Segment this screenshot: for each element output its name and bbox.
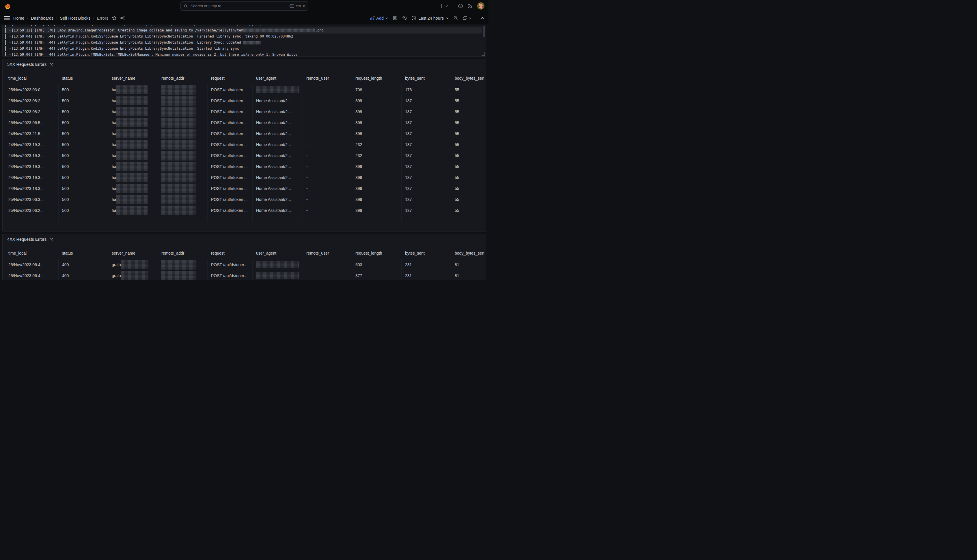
column-header-server_name[interactable]: server_name (108, 247, 158, 259)
column-header-user_agent[interactable]: user_agent (253, 247, 303, 259)
column-header-remote_user[interactable]: remote_user (303, 247, 352, 259)
menu-button[interactable] (4, 16, 10, 20)
favorite-button[interactable] (112, 16, 117, 20)
save-icon (393, 16, 398, 20)
column-header-remote_addr[interactable]: remote_addr (158, 247, 208, 259)
grafana-logo[interactable] (4, 2, 12, 10)
table-cell: - (303, 194, 352, 205)
save-dashboard-button[interactable] (393, 16, 398, 20)
log-expand-icon[interactable]: > (8, 40, 12, 46)
table-cell: 399 (352, 194, 402, 205)
table-cell: POST /auth/token ... (208, 106, 253, 117)
log-row[interactable]: >[13:59:13] [INF] [70] Emby.Drawing.Imag… (4, 25, 482, 27)
zoom-out-button[interactable] (453, 16, 458, 20)
panel-5xx-requests-errors: 5XX Requests Errors time_localstatusserv… (2, 59, 486, 232)
redacted-value (121, 271, 148, 280)
help-button[interactable] (458, 3, 463, 9)
table-cell: - (303, 161, 352, 172)
table-cell: 500 (58, 139, 108, 150)
add-button[interactable]: Add (370, 16, 388, 20)
panel-title[interactable]: 5XX Requests Errors (7, 62, 47, 67)
column-header-bytes_sent[interactable]: bytes_sent (402, 247, 451, 259)
panel-resize-handle[interactable] (482, 52, 485, 56)
log-row[interactable]: >[13:59:00] [INF] [44] Jellyfin.Plugin.T… (4, 52, 482, 56)
user-avatar[interactable] (477, 2, 484, 10)
share-icon (120, 16, 125, 20)
column-header-user_agent[interactable]: user_agent (253, 72, 303, 84)
log-row[interactable]: >[13:59:01] [INF] [44] Jellyfin.Plugin.K… (4, 46, 482, 52)
table-cell: 500 (58, 161, 108, 172)
log-expand-icon[interactable]: > (8, 27, 12, 33)
table-cell: 25/Nov/2023:06:5... (5, 117, 58, 128)
table-cell: 55 (451, 150, 483, 161)
log-row[interactable]: >[13:59:04] [INF] [44] Jellyfin.Plugin.K… (4, 40, 482, 46)
share-button[interactable] (120, 16, 125, 20)
table-cell (158, 259, 208, 270)
table-cell (5, 216, 58, 222)
log-expand-icon[interactable]: > (8, 33, 12, 40)
log-expand-icon[interactable]: > (8, 46, 12, 52)
column-header-remote_addr[interactable]: remote_addr (158, 72, 208, 84)
new-menu-button[interactable] (439, 4, 448, 8)
chevron-down-icon (385, 17, 388, 20)
redacted-value (116, 206, 148, 215)
redacted-value (256, 272, 299, 279)
scrollbar-thumb[interactable] (483, 26, 485, 37)
column-header-time_local[interactable]: time_local (5, 72, 58, 84)
redacted-value (256, 261, 299, 268)
table-cell: 137 (402, 183, 451, 194)
external-link-icon[interactable] (49, 237, 54, 242)
column-header-request_length[interactable]: request_length (352, 72, 402, 84)
breadcrumb-home[interactable]: Home (13, 16, 25, 20)
search-input[interactable] (190, 3, 287, 8)
table-cell: 137 (402, 128, 451, 139)
table-cell: 399 (352, 95, 402, 106)
column-header-bytes_sent[interactable]: bytes_sent (402, 72, 451, 84)
dashboard-settings-button[interactable] (402, 16, 407, 21)
table-cell: 137 (402, 172, 451, 183)
breadcrumb-dashboards[interactable]: Dashboards (31, 16, 53, 20)
table-cell: 399 (352, 183, 402, 194)
log-expand-icon[interactable]: > (8, 25, 12, 27)
table-cell: 25/Nov/2023:08:2... (5, 95, 58, 106)
search-bar[interactable]: ctrl+k (180, 2, 308, 11)
search-icon (183, 4, 188, 8)
table-cell: 500 (58, 205, 108, 216)
refresh-button[interactable] (462, 16, 472, 20)
column-header-server_name[interactable]: server_name (108, 72, 158, 84)
time-range-picker[interactable]: Last 24 hours (412, 16, 449, 20)
table-cell: 400 (58, 270, 108, 280)
table-cell: 399 (352, 106, 402, 117)
table-cell: 55 (451, 194, 483, 205)
column-header-body_bytes_sent[interactable]: body_bytes_sent (451, 72, 483, 84)
log-row[interactable]: >[13:59:12] [INF] [70] Emby.Drawing.Imag… (4, 27, 482, 33)
column-header-request[interactable]: request (208, 247, 253, 259)
table-cell: - (303, 150, 352, 161)
column-header-time_local[interactable]: time_local (5, 247, 58, 259)
log-line-text: [13:59:04] [INF] [44] Jellyfin.Plugin.Ko… (12, 33, 293, 40)
table-cell: 500 (58, 194, 108, 205)
logs-scroll-area[interactable]: >[13:59:13] [INF] [70] Emby.Drawing.Imag… (4, 25, 482, 56)
panel-title[interactable]: 4XX Requests Errors (7, 237, 47, 242)
news-button[interactable] (468, 3, 473, 8)
table-cell: 24/Nov/2023:21:5... (5, 128, 58, 139)
table-cell: - (303, 205, 352, 216)
breadcrumb-folder[interactable]: Self Host Blocks (60, 16, 91, 20)
column-header-status[interactable]: status (58, 247, 108, 259)
column-header-remote_user[interactable]: remote_user (303, 72, 352, 84)
column-header-body_bytes_sent[interactable]: body_bytes_sent (451, 247, 483, 259)
table-cell: 25/Nov/2023:06:3... (5, 194, 58, 205)
collapse-toolbar-button[interactable] (481, 16, 484, 20)
table-cell (208, 216, 253, 222)
log-expand-icon[interactable]: > (8, 52, 12, 56)
column-header-request[interactable]: request (208, 72, 253, 84)
table-cell: ha (108, 84, 158, 95)
log-row[interactable]: >[13:59:04] [INF] [44] Jellyfin.Plugin.K… (4, 33, 482, 40)
table-cell: POST /api/ds/quer... (208, 259, 253, 270)
external-link-icon[interactable] (49, 62, 54, 67)
table-cell (158, 128, 208, 139)
column-header-request_length[interactable]: request_length (352, 247, 402, 259)
column-header-status[interactable]: status (58, 72, 108, 84)
redacted-value (162, 129, 196, 138)
table-cell: 24/Nov/2023:19:3... (5, 150, 58, 161)
